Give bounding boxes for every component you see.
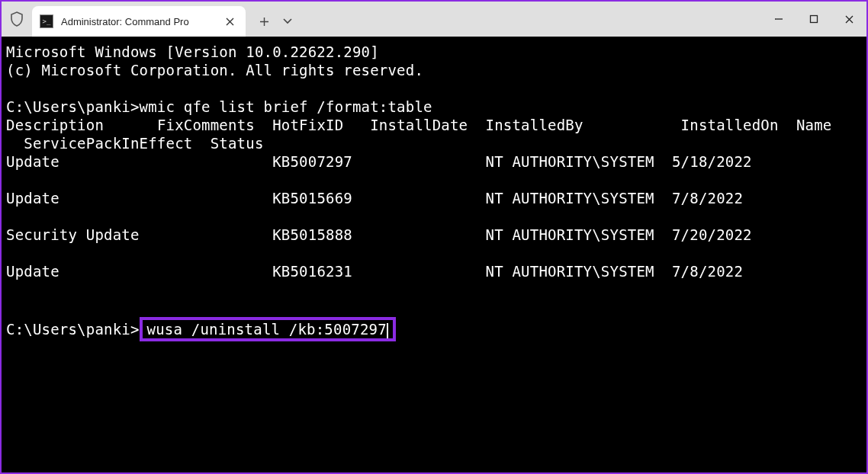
row-id: KB5016231 <box>272 263 352 280</box>
titlebar: >_ Administrator: Command Pro <box>2 2 866 37</box>
banner-line1: Microsoft Windows [Version 10.0.22622.29… <box>6 43 379 60</box>
prompt: C:\Users\panki> <box>6 321 140 338</box>
row-by: NT AUTHORITY\SYSTEM <box>486 263 654 280</box>
maximize-button[interactable] <box>796 2 831 37</box>
col-hotfixid: HotFixID <box>272 117 343 133</box>
highlighted-command: wusa /uninstall /kb:5007297 <box>140 317 396 341</box>
row-desc: Security Update <box>6 226 140 243</box>
row-id: KB5015669 <box>272 190 352 207</box>
row-id: KB5015888 <box>272 226 352 243</box>
row-desc: Update <box>6 190 59 207</box>
active-tab[interactable]: >_ Administrator: Command Pro <box>32 6 246 37</box>
close-tab-button[interactable] <box>223 14 236 28</box>
row-desc: Update <box>6 263 59 280</box>
tab-title: Administrator: Command Pro <box>61 16 215 27</box>
col-installdate: InstallDate <box>370 117 468 133</box>
row-on: 7/20/2022 <box>672 226 752 243</box>
col-fixcomments: FixComments <box>157 117 255 133</box>
col-description: Description <box>6 117 104 133</box>
col-status: Status <box>211 135 264 152</box>
window-frame: >_ Administrator: Command Pro <box>0 0 868 474</box>
minimize-button[interactable] <box>761 2 796 37</box>
tab-dropdown-button[interactable] <box>283 18 292 24</box>
row-on: 7/8/2022 <box>672 263 743 280</box>
row-by: NT AUTHORITY\SYSTEM <box>486 153 654 170</box>
row-by: NT AUTHORITY\SYSTEM <box>486 226 654 243</box>
col-name: Name <box>796 117 832 133</box>
row-id: KB5007297 <box>272 153 352 170</box>
prompt: C:\Users\panki> <box>6 98 140 115</box>
terminal-output[interactable]: Microsoft Windows [Version 10.0.22622.29… <box>2 37 866 472</box>
tab-actions <box>246 6 292 37</box>
window-controls <box>761 2 866 37</box>
col-installedon: InstalledOn <box>681 117 779 133</box>
terminal-icon: >_ <box>40 14 53 28</box>
command-text: wusa /uninstall /kb:5007297 <box>147 321 387 338</box>
col-installedby: InstalledBy <box>486 117 583 133</box>
row-by: NT AUTHORITY\SYSTEM <box>486 190 654 207</box>
banner-line2: (c) Microsoft Corporation. All rights re… <box>6 62 423 78</box>
col-servicepack: ServicePackInEffect <box>24 135 192 152</box>
text-cursor <box>387 323 388 338</box>
new-tab-button[interactable] <box>259 17 269 27</box>
shield-icon <box>2 2 32 37</box>
row-on: 7/8/2022 <box>672 190 743 207</box>
close-window-button[interactable] <box>831 2 866 37</box>
svg-rect-0 <box>811 16 818 23</box>
row-desc: Update <box>6 153 59 170</box>
command-text: wmic qfe list brief /format:table <box>140 98 432 115</box>
row-on: 5/18/2022 <box>672 153 752 170</box>
